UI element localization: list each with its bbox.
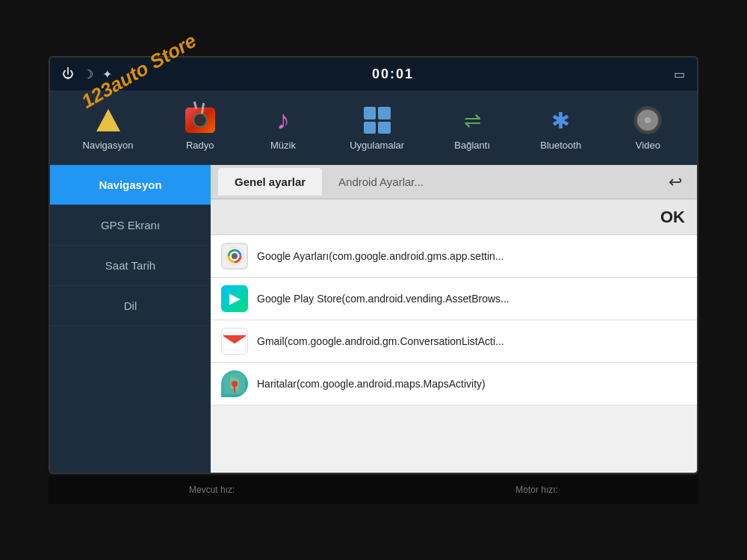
nav-item-radyo[interactable]: Radyo xyxy=(176,99,224,155)
status-icons-left: ⏻ ☽ ✦ xyxy=(62,67,112,81)
nav-item-baglanti[interactable]: ⇌ Bağlantı xyxy=(447,99,498,155)
nav-item-navigasyon[interactable]: Navigasyon xyxy=(75,99,141,155)
nav-label-navigasyon: Navigasyon xyxy=(83,140,134,151)
maps-icon xyxy=(221,370,248,397)
nav-item-uygulamalar[interactable]: Uygulamalar xyxy=(342,99,412,155)
power-icon[interactable]: ⏻ xyxy=(62,67,74,81)
nav-label-radyo: Radyo xyxy=(186,140,214,151)
nav-label-video: Video xyxy=(636,140,660,151)
nav-arrow-icon xyxy=(92,104,125,137)
dashboard-left-label: Mevcut hız: xyxy=(189,485,235,495)
app-item-gmail[interactable]: Gmail(com.google.android.gm.Conversation… xyxy=(211,320,697,363)
svg-point-4 xyxy=(232,381,238,387)
connect-icon: ⇌ xyxy=(456,104,489,137)
screen: ⏻ ☽ ✦ 00:01 ▭ Navigasyon xyxy=(49,56,698,474)
main-content: Navigasyon GPS Ekranı Saat Tarih Dil Gen… xyxy=(50,165,697,474)
ok-button[interactable]: OK xyxy=(660,208,685,227)
moon-icon[interactable]: ☽ xyxy=(83,67,93,81)
nav-label-uygulamalar: Uygulamalar xyxy=(350,140,404,151)
app-name-google-settings: Google Ayarları(com.google.android.gms.a… xyxy=(257,250,503,262)
music-icon: ♪ xyxy=(267,104,300,137)
app-list-header: OK xyxy=(211,199,697,235)
nav-item-muzik[interactable]: ♪ Müzik xyxy=(259,99,307,155)
window-icon[interactable]: ▭ xyxy=(674,67,685,81)
app-list: Google Ayarları(com.google.android.gms.a… xyxy=(211,235,697,474)
nav-bar: Navigasyon Radyo ♪ Müzik xyxy=(50,90,697,165)
gmail-icon xyxy=(221,328,248,355)
right-panel: Genel ayarlar Android Ayarlar... ↩ OK xyxy=(211,165,697,474)
app-name-haritalar: Haritalar(com.google.android.maps.MapsAc… xyxy=(257,378,486,390)
sidebar-item-gps[interactable]: GPS Ekranı xyxy=(50,205,211,246)
nav-label-bluetooth: Bluetooth xyxy=(540,140,581,151)
nav-item-video[interactable]: Video xyxy=(624,99,672,155)
dashboard-right-label: Motor hızı: xyxy=(515,485,558,495)
sidebar: Navigasyon GPS Ekranı Saat Tarih Dil xyxy=(50,165,211,474)
nav-item-bluetooth[interactable]: ✱ Bluetooth xyxy=(533,99,589,155)
tabs-row: Genel ayarlar Android Ayarlar... ↩ xyxy=(211,165,697,199)
tab-genel[interactable]: Genel ayarlar xyxy=(218,168,322,196)
app-name-play-store: Google Play Store(com.android.vending.As… xyxy=(257,293,509,305)
bluetooth-icon: ✱ xyxy=(545,104,577,137)
tab-android[interactable]: Android Ayarlar... xyxy=(322,168,440,196)
app-item-google-settings[interactable]: Google Ayarları(com.google.android.gms.a… xyxy=(211,235,697,278)
app-item-play-store[interactable]: ▶ Google Play Store(com.android.vending.… xyxy=(211,278,697,320)
svg-point-1 xyxy=(232,253,238,259)
video-icon xyxy=(631,104,664,137)
status-time: 00:01 xyxy=(372,66,414,82)
google-settings-icon xyxy=(221,243,248,270)
brightness-icon[interactable]: ✦ xyxy=(102,67,112,81)
nav-label-baglanti: Bağlantı xyxy=(454,140,490,151)
sidebar-item-dil[interactable]: Dil xyxy=(50,286,211,326)
app-item-haritalar[interactable]: Haritalar(com.google.android.maps.MapsAc… xyxy=(211,363,697,405)
play-store-icon: ▶ xyxy=(221,285,248,312)
sidebar-item-navigasyon[interactable]: Navigasyon xyxy=(50,165,211,205)
nav-label-muzik: Müzik xyxy=(270,140,296,151)
sidebar-item-saat[interactable]: Saat Tarih xyxy=(50,246,211,286)
status-bar: ⏻ ☽ ✦ 00:01 ▭ xyxy=(50,57,697,90)
apps-icon xyxy=(361,104,394,137)
app-name-gmail: Gmail(com.google.android.gm.Conversation… xyxy=(257,335,504,347)
back-button[interactable]: ↩ xyxy=(661,169,689,195)
radio-icon xyxy=(184,104,217,137)
